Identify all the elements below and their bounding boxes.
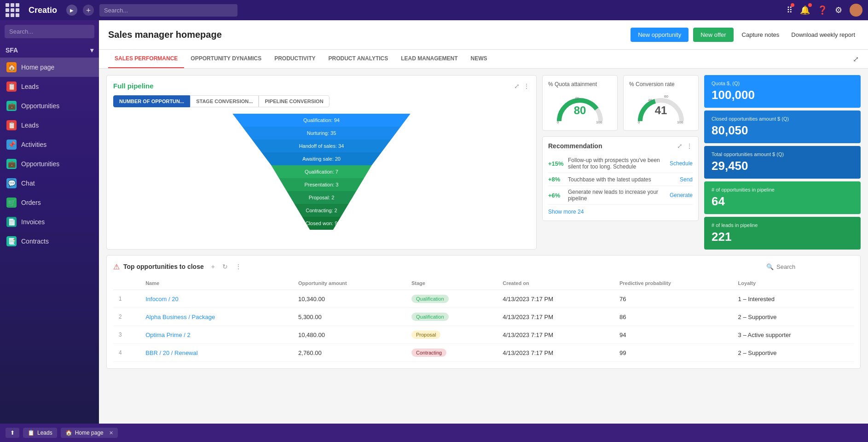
opportunities-table: Name Opportunity amount Stage Created on… — [113, 277, 854, 362]
new-offer-button[interactable]: New offer — [693, 28, 733, 42]
new-opportunity-button[interactable]: New opportunity — [631, 28, 689, 42]
rec-pct-1: +15% — [548, 160, 564, 167]
sidebar-item-leads-2[interactable]: 📋 Leads — [0, 116, 99, 135]
conversion-rate-card: % Conversion rate 0 40 60 100 — [623, 75, 699, 131]
stat-card-label-closed: Closed opportunities amount $ (Q) — [712, 116, 853, 122]
quota-gauge-value: 80 — [574, 104, 586, 117]
col-header-loyalty: Loyalty — [733, 277, 854, 290]
pipeline-tab-conversion[interactable]: PIPELINE CONVERSION — [259, 95, 329, 107]
module-selector[interactable]: SFA ▾ — [0, 43, 99, 58]
col-header-created: Created on — [497, 277, 614, 290]
tab-product-analytics[interactable]: PRODUCT ANALYTICS — [322, 50, 394, 68]
taskbar-leads[interactable]: 📋 Leads — [23, 428, 57, 438]
sidebar-item-orders[interactable]: 🛒 Orders — [0, 193, 99, 212]
row-stage: Qualification — [406, 290, 497, 308]
svg-text:60: 60 — [664, 94, 668, 99]
row-name: Infocom / 20 — [140, 290, 293, 308]
more-icon[interactable]: ⋮ — [523, 82, 530, 90]
help-icon[interactable]: ❓ — [817, 5, 827, 15]
taskbar-homepage[interactable]: 🏠 Home page ✕ — [61, 428, 118, 438]
tab-opportunity-dynamics[interactable]: OPPORTUNITY DYNAMICS — [184, 50, 268, 68]
opportunity-link[interactable]: Optima Prime / 2 — [145, 332, 191, 338]
top-search-input[interactable] — [99, 4, 237, 17]
row-name: Alpha Business / Package — [140, 308, 293, 326]
sidebar-item-activities[interactable]: 📌 Activities — [0, 135, 99, 154]
opportunities-section: ⚠ Top opportunities to close + ↻ ⋮ 🔍 — [106, 255, 861, 369]
opportunities-search: 🔍 — [766, 263, 854, 270]
stat-card-total: Total opportunities amount $ (Q) 29,450 — [704, 146, 861, 179]
row-loyalty: 2 – Supportive — [733, 308, 854, 326]
sidebar-item-leads-1[interactable]: 📋 Leads — [0, 77, 99, 96]
apps-icon[interactable]: ⠿ — [787, 5, 793, 15]
opportunity-link[interactable]: Alpha Business / Package — [145, 314, 215, 320]
header-actions: New opportunity New offer Capture notes … — [631, 28, 859, 42]
sidebar-item-contracts[interactable]: 📑 Contracts — [0, 232, 99, 251]
row-num: 3 — [113, 326, 140, 344]
stat-card-label-total: Total opportunities amount $ (Q) — [712, 151, 853, 157]
top-bar-right: ⠿ 🔔 ❓ ⚙ — [787, 4, 862, 17]
grid-icon[interactable] — [6, 3, 19, 17]
row-stage: Qualification — [406, 308, 497, 326]
row-amount: 10,340.00 — [293, 290, 406, 308]
tab-lead-management[interactable]: LEAD MANAGEMENT — [394, 50, 464, 68]
col-header-amount: Opportunity amount — [293, 277, 406, 290]
tab-news[interactable]: NEWS — [464, 50, 494, 68]
row-loyalty: 2 – Supportive — [733, 344, 854, 362]
sidebar-search-input[interactable] — [5, 25, 94, 38]
pipeline-tab-stage[interactable]: STAGE CONVERSION... — [190, 95, 259, 107]
contracts-icon: 📑 — [6, 236, 17, 246]
play-button[interactable]: ▶ — [66, 5, 77, 16]
opportunity-link[interactable]: Infocom / 20 — [145, 296, 179, 302]
add-opportunity-button[interactable]: + — [209, 262, 217, 271]
chat-icon: 💬 — [6, 178, 17, 188]
stat-cards: Quota $, (Q) 100,000 Closed opportunitie… — [704, 75, 861, 250]
opportunities-icon-2: 💼 — [6, 159, 17, 169]
sidebar-item-home-page[interactable]: 🏠 Home page — [0, 58, 99, 77]
row-loyalty: 1 – Interested — [733, 290, 854, 308]
tab-productivity[interactable]: PRODUCTIVITY — [268, 50, 322, 68]
rec-item-1: +15% Follow-up with prospects you've bee… — [548, 154, 693, 173]
rec-action-1[interactable]: Schedule — [670, 160, 693, 167]
expand-icon[interactable]: ⤢ — [677, 142, 683, 150]
add-button[interactable]: ＋ — [83, 5, 94, 16]
opportunities-title: Top opportunities to close — [123, 263, 204, 270]
close-tab-button[interactable]: ✕ — [109, 430, 113, 436]
conversion-rate-title: % Conversion rate — [629, 81, 693, 87]
sidebar-item-opportunities-1[interactable]: 💼 Opportunities — [0, 96, 99, 116]
rec-action-3[interactable]: Generate — [670, 192, 693, 198]
col-header-probability: Predictive probability — [614, 277, 733, 290]
rec-text-3: Generate new leads to increase your pipe… — [568, 189, 666, 202]
notifications-icon[interactable]: 🔔 — [800, 5, 810, 15]
download-report-button[interactable]: Download weekly report — [787, 28, 859, 42]
row-stage: Contracting — [406, 344, 497, 362]
tab-sales-performance[interactable]: SALES PERFORMANCE — [108, 50, 184, 68]
show-more-link[interactable]: Show more 24 — [548, 209, 693, 215]
row-num: 2 — [113, 308, 140, 326]
sidebar-item-invoices[interactable]: 📄 Invoices — [0, 212, 99, 232]
sidebar-item-label: Leads — [21, 122, 39, 129]
row-probability: 99 — [614, 344, 733, 362]
pipeline-tab-number[interactable]: NUMBER OF OPPORTUN... — [113, 95, 190, 107]
opportunities-header: ⚠ Top opportunities to close + ↻ ⋮ 🔍 — [113, 262, 854, 271]
expand-icon[interactable]: ⤢ — [514, 82, 520, 90]
refresh-button[interactable]: ↻ — [220, 262, 230, 271]
sidebar-item-chat[interactable]: 💬 Chat — [0, 174, 99, 193]
rec-pct-2: +8% — [548, 176, 564, 183]
capture-notes-button[interactable]: Capture notes — [738, 28, 783, 42]
settings-icon[interactable]: ⚙ — [835, 5, 842, 15]
more-icon[interactable]: ⋮ — [686, 142, 693, 150]
row-name: BBR / 20 / Renewal — [140, 344, 293, 362]
stat-card-value-closed: 80,050 — [712, 123, 853, 138]
opportunity-link[interactable]: BBR / 20 / Renewal — [145, 349, 197, 356]
user-avatar[interactable] — [850, 4, 862, 17]
stage-badge: Contracting — [411, 349, 446, 357]
sidebar-item-opportunities-2[interactable]: 💼 Opportunities — [0, 154, 99, 174]
more-options-button[interactable]: ⋮ — [233, 262, 243, 271]
taskbar-send-button[interactable]: ⬆ — [6, 428, 19, 438]
expand-icon[interactable]: ⤢ — [853, 55, 859, 64]
opportunities-search-input[interactable] — [776, 263, 854, 270]
stage-badge: Qualification — [411, 295, 449, 303]
rec-action-2[interactable]: Send — [680, 176, 693, 183]
row-created: 4/13/2023 7:17 PM — [497, 326, 614, 344]
content-area: Sales manager homepage New opportunity N… — [99, 20, 868, 424]
